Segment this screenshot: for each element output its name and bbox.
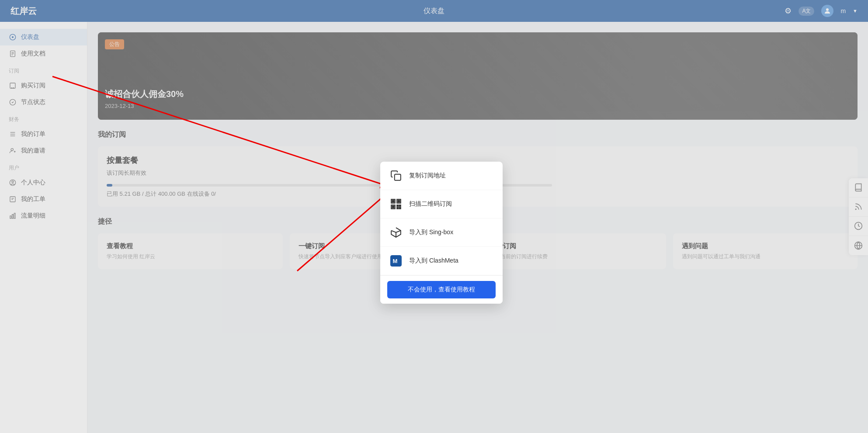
clashmeta-label: 导入到 ClashMeta [409,257,458,265]
popup-footer: 不会使用，查看使用教程 [380,275,503,304]
svg-rect-34 [399,205,401,206]
svg-rect-27 [392,200,394,202]
svg-rect-33 [397,205,398,206]
popup-clashmeta[interactable]: M 导入到 ClashMeta [380,247,503,275]
popup-singbox[interactable]: 导入到 Sing-box [380,218,503,247]
svg-rect-29 [398,200,399,202]
popup-qrcode[interactable]: 扫描二维码订阅 [380,190,503,218]
copy-url-label: 复制订阅地址 [409,172,446,180]
popup-copy-url[interactable]: 复制订阅地址 [380,162,503,190]
m-logo-icon: M [389,254,403,268]
svg-rect-31 [392,206,394,208]
qrcode-label: 扫描二维码订阅 [409,200,452,208]
help-button[interactable]: 不会使用，查看使用教程 [387,281,496,298]
cube-icon [389,225,403,239]
svg-rect-36 [399,208,401,209]
copy-icon [389,169,403,183]
qr-icon [389,197,403,211]
svg-rect-25 [395,174,401,180]
svg-rect-35 [397,208,398,209]
singbox-label: 导入到 Sing-box [409,229,453,236]
svg-text:M: M [392,258,397,264]
subscription-popup: 复制订阅地址 扫描二维码订阅 导入到 Sing-box M 导入到 ClashM… [380,162,503,304]
